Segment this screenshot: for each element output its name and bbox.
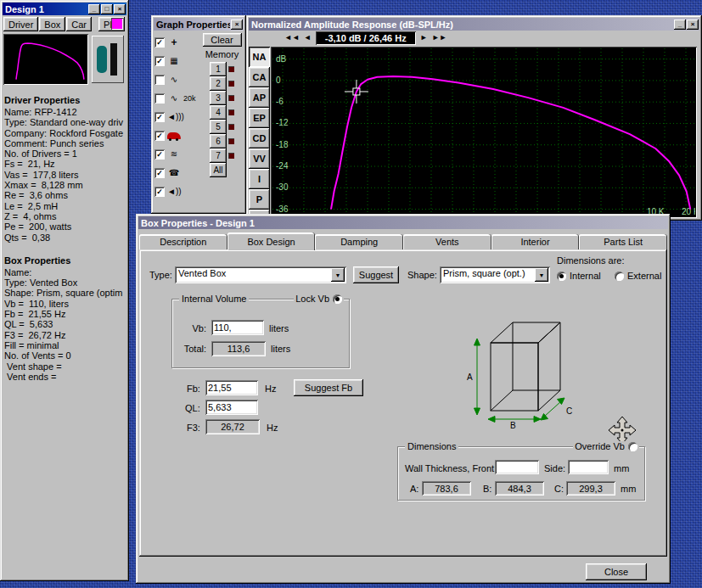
scale-20k-icon: ∿ <box>167 94 181 103</box>
lock-vb-group[interactable]: Lock Vb <box>294 294 344 304</box>
box-property-line: F3 = 26,72 Hz <box>4 330 126 340</box>
dimension-navigator-icon[interactable] <box>608 416 637 445</box>
svg-text:-18: -18 <box>276 140 289 149</box>
suggest-button[interactable]: Suggest <box>353 266 399 283</box>
graph-type-button[interactable]: CD <box>249 128 270 148</box>
box-dialog-tab[interactable]: Description <box>139 234 227 249</box>
dim-c-display: 299,3 <box>566 481 615 496</box>
chevron-down-icon[interactable]: ▼ <box>535 268 548 282</box>
vb-input[interactable] <box>211 320 264 335</box>
box-shape-value: Prism, square (opt.) <box>440 266 533 283</box>
external-radio[interactable] <box>615 272 624 281</box>
memory-button[interactable]: All <box>210 163 227 177</box>
driver-box-icon[interactable] <box>92 36 124 83</box>
minimize-icon[interactable]: _ <box>674 20 686 30</box>
svg-text:-24: -24 <box>276 161 289 171</box>
box-dialog-tab[interactable]: Vents <box>403 234 491 249</box>
override-vb-group[interactable]: Override Vb <box>573 441 639 451</box>
internal-volume-group: Internal Volume Lock Vb Vb: liters Total… <box>171 299 350 368</box>
clear-button[interactable]: Clear <box>203 33 242 47</box>
chevron-down-icon[interactable]: ▼ <box>331 268 345 282</box>
graph-type-button[interactable]: NA <box>249 47 270 67</box>
internal-radio-group[interactable]: Internal <box>557 271 601 281</box>
response-graph[interactable]: dB0-6-12-18-24-30-3610 K20 K <box>271 47 697 218</box>
override-vb-radio[interactable] <box>628 442 637 451</box>
cursor-step-back-fast-icon[interactable]: ◄◄ <box>284 34 300 42</box>
design-window: Design 1 _ □ × DriverBoxCarPlot Driver P… <box>0 0 129 581</box>
design-tab[interactable]: Car <box>66 17 92 31</box>
dim-c-label: C: <box>554 484 564 494</box>
memory-button[interactable]: 5 <box>210 120 227 134</box>
memory-button[interactable]: 1 <box>210 62 227 76</box>
mini-response-plot[interactable] <box>3 34 88 85</box>
type-label: Type: <box>149 270 172 280</box>
memory-button[interactable]: 2 <box>210 76 227 91</box>
memory-button[interactable]: 7 <box>210 148 227 163</box>
graph-toggle-checkbox[interactable]: ✓ <box>154 93 165 104</box>
plot-color-swatch[interactable] <box>111 18 123 30</box>
maximize-icon[interactable]: □ <box>101 4 113 14</box>
internal-volume-legend: Internal Volume <box>179 294 249 304</box>
cursor-step-back-icon[interactable]: ◄ <box>304 34 312 42</box>
design-tab[interactable]: Box <box>39 17 65 31</box>
memory-button[interactable]: 6 <box>210 134 227 148</box>
internal-radio[interactable] <box>557 272 566 281</box>
graph-toggle-checkbox[interactable]: ✓ <box>154 149 165 160</box>
cursor-step-forward-fast-icon[interactable]: ►► <box>432 34 447 42</box>
box-type-dropdown[interactable]: Vented Box ▼ <box>175 266 346 283</box>
internal-radio-label: Internal <box>570 271 601 281</box>
graph-properties-title: Graph Properties <box>156 20 230 30</box>
close-button[interactable]: Close <box>586 563 647 580</box>
wall-front-label: Wall Thickness, Front: <box>405 463 497 473</box>
speaker-icon: ◄))) <box>167 113 184 121</box>
fb-input[interactable] <box>205 380 258 395</box>
crosshair-icon: + <box>167 37 181 48</box>
design-tab[interactable]: Driver <box>3 17 38 31</box>
car-icon <box>167 132 181 139</box>
box-dialog-tab[interactable]: Box Design <box>227 232 316 250</box>
graph-type-button[interactable]: AP <box>249 87 270 108</box>
ql-input[interactable] <box>205 400 258 415</box>
cursor-readout: -3,10 dB / 26,46 Hz <box>316 31 416 45</box>
wall-front-input[interactable] <box>495 460 539 474</box>
memory-button[interactable]: 4 <box>210 105 227 120</box>
graph-toggle-checkbox[interactable]: ✓ <box>154 187 165 197</box>
box-dialog-tab[interactable]: Damping <box>315 234 403 249</box>
box-dialog-tab[interactable]: Interior <box>491 234 580 249</box>
lock-vb-radio[interactable] <box>333 294 342 304</box>
box-dialog-titlebar[interactable]: Box Properties - Design 1 <box>138 216 668 229</box>
graph-toggle-checkbox[interactable]: ✓ <box>154 131 165 141</box>
memory-color-swatch <box>228 109 234 115</box>
graph-type-button[interactable]: EP <box>249 108 270 128</box>
suggest-fb-button[interactable]: Suggest Fb <box>294 379 363 396</box>
graph-properties-titlebar[interactable]: Graph Properties × <box>154 18 244 31</box>
graph-toggle-checkbox[interactable]: ✓ <box>154 75 165 85</box>
box-properties-heading: Box Properties <box>4 255 126 266</box>
graph-type-button[interactable]: VV <box>249 148 270 169</box>
dimensions-legend: Dimensions <box>405 441 458 451</box>
external-radio-group[interactable]: External <box>615 271 661 281</box>
minimize-icon[interactable]: _ <box>88 4 100 14</box>
design-window-titlebar[interactable]: Design 1 _ □ × <box>3 3 126 15</box>
check-icon: ✓ <box>156 114 163 121</box>
box-dialog-tab[interactable]: Parts List <box>579 234 667 249</box>
close-icon[interactable]: × <box>687 20 699 30</box>
graph-toggle-checkbox[interactable]: ✓ <box>154 168 165 178</box>
graph-toggle-checkbox[interactable]: ✓ <box>154 37 165 48</box>
box-property-line: Type: Vented Box <box>4 277 126 288</box>
graph-type-button[interactable]: CA <box>249 67 270 87</box>
close-icon[interactable]: × <box>231 20 243 30</box>
memory-button[interactable]: 3 <box>210 91 227 105</box>
response-window-titlebar[interactable]: Normalized Amplitude Response (dB-SPL/Hz… <box>249 18 699 31</box>
graph-toggle-checkbox[interactable]: ✓ <box>154 112 165 122</box>
close-icon[interactable]: × <box>114 4 126 14</box>
graph-toggle-checkbox[interactable]: ✓ <box>154 56 165 66</box>
wall-side-input[interactable] <box>568 460 609 474</box>
cursor-step-forward-icon[interactable]: ► <box>420 34 428 42</box>
f3-label: F3: <box>187 423 200 433</box>
box-dialog-title: Box Properties - Design 1 <box>141 218 667 228</box>
box-shape-dropdown[interactable]: Prism, square (opt.) ▼ <box>440 266 550 283</box>
graph-type-button[interactable]: P <box>249 189 270 210</box>
dim-b-label: B: <box>483 484 491 494</box>
graph-type-button[interactable]: I <box>249 169 270 189</box>
